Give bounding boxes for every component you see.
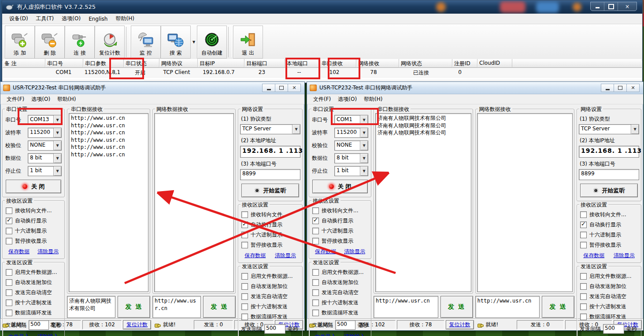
clear-input-link[interactable]: 清除输入 xyxy=(37,333,59,336)
menu-english[interactable]: English xyxy=(85,15,111,23)
col-protocol[interactable]: 网络协议 xyxy=(159,59,198,68)
checkbox-auto-append[interactable]: 自动发送附加位 xyxy=(241,283,299,290)
maximize-button[interactable] xyxy=(614,84,627,92)
serial-close-button[interactable]: 关 闭 xyxy=(6,180,61,193)
network-rx-area[interactable] xyxy=(477,113,573,292)
checkbox-recv-to-file[interactable]: 接收转向文件... xyxy=(6,207,61,214)
col-reg-id[interactable]: 注册ID xyxy=(452,59,477,68)
maximize-button[interactable] xyxy=(604,2,618,11)
checkbox-loop-send[interactable]: 数据流循环发送 xyxy=(312,309,368,317)
checkbox-auto-append[interactable]: 自动发送附加位 xyxy=(580,283,638,290)
network-send-button[interactable]: 发 送 xyxy=(542,296,574,318)
checkbox-loop-send[interactable]: 数据流循环发送 xyxy=(6,309,61,317)
save-data-link[interactable]: 保存数据 xyxy=(315,248,336,255)
com-port-select[interactable]: COM1▼ xyxy=(334,115,368,125)
checkbox-send-hex[interactable]: 按十六进制发送 xyxy=(312,299,368,306)
local-port-input[interactable]: 8899 xyxy=(240,169,300,180)
databits-select[interactable]: 8 bit▼ xyxy=(334,153,368,163)
col-target-port[interactable]: 目标端口 xyxy=(244,59,285,68)
checkbox-pause-recv[interactable]: 暂停接收显示 xyxy=(241,241,299,249)
network-send-button[interactable]: 发 送 xyxy=(203,296,236,318)
menu-file[interactable]: 文件(F) xyxy=(3,95,28,104)
save-data-link[interactable]: 保存数据 xyxy=(244,252,266,259)
monitor-button[interactable]: 监 控 xyxy=(131,26,161,59)
network-rx-area[interactable] xyxy=(154,113,234,292)
checkbox-recv-to-file[interactable]: 接收转向文件... xyxy=(312,207,368,214)
com-port-select[interactable]: COM13▼ xyxy=(28,115,62,125)
save-data-link[interactable]: 保存数据 xyxy=(8,248,30,255)
parity-select[interactable]: NONE▼ xyxy=(28,140,62,151)
search-dropdown-arrow[interactable]: ▼ xyxy=(191,25,197,59)
checkbox-recv-to-file[interactable]: 接收转向文件... xyxy=(241,211,299,218)
checkbox-file-source[interactable]: 启用文件数据源... xyxy=(580,273,638,280)
menu-options[interactable]: 选项(O) xyxy=(28,95,54,104)
checkbox-hex-display[interactable]: 十六进制显示 xyxy=(312,227,368,235)
checkbox-clear-after-send[interactable]: 发送完自动清空 xyxy=(580,293,638,300)
checkbox-pause-recv[interactable]: 暂停接收显示 xyxy=(312,237,368,245)
checkbox-send-hex[interactable]: 按十六进制发送 xyxy=(6,299,61,306)
reset-count-button[interactable]: 复位计数 xyxy=(95,26,125,59)
menu-options[interactable]: 选项(O) xyxy=(58,14,84,24)
start-listen-button[interactable]: 开始监听 xyxy=(580,184,638,197)
menu-options[interactable]: 选项(O) xyxy=(334,95,360,104)
delete-button[interactable]: 删 除 xyxy=(35,26,65,59)
search-button[interactable]: 搜 索 xyxy=(161,26,191,59)
col-serial-rx[interactable]: 串口接收 xyxy=(320,59,356,68)
clear-display-link[interactable]: 清除显示 xyxy=(275,252,296,259)
reset-count-button[interactable]: 复位计数 xyxy=(446,320,474,329)
menu-help[interactable]: 帮助(H) xyxy=(360,95,386,104)
checkbox-file-source[interactable]: 启用文件数据源... xyxy=(312,269,368,276)
menu-tools[interactable]: 工具(T) xyxy=(33,14,58,24)
col-cloud-id[interactable]: CloudID xyxy=(477,59,512,68)
menu-device[interactable]: 设备(D) xyxy=(6,14,32,24)
local-ip-input[interactable]: 192.168. 1 .113 xyxy=(579,146,639,158)
load-file-link[interactable]: 文件载入 xyxy=(8,333,30,336)
databits-select[interactable]: 8 bit▼ xyxy=(28,153,62,163)
start-listen-button[interactable]: 开始监听 xyxy=(241,184,299,197)
serial-rx-area[interactable]: 济南有人物联网技术有限公司 济南有人物联网技术有限公司 济南有人物联网技术有限公… xyxy=(375,113,471,292)
serial-send-input[interactable]: http://www.usr.cn xyxy=(374,296,438,318)
checkbox-auto-append[interactable]: 自动发送附加位 xyxy=(6,279,61,286)
table-row[interactable]: COM1 115200,N,8,1 开启 TCP Client 192.168.… xyxy=(3,68,642,78)
protocol-select[interactable]: TCP Server▼ xyxy=(240,124,300,134)
col-net-state[interactable]: 网络状态 xyxy=(399,59,452,68)
col-net-rx[interactable]: 网络接收 xyxy=(356,59,399,68)
col-local-port[interactable]: 本地端口 xyxy=(285,59,320,68)
col-com[interactable]: 串口号 xyxy=(45,59,83,68)
col-target-ip[interactable]: 目标IP xyxy=(198,59,244,68)
interval-input[interactable]: 500 xyxy=(264,324,285,334)
stopbits-select[interactable]: 1 bit▼ xyxy=(28,166,62,176)
local-ip-input[interactable]: 192.168. 1 .113 xyxy=(240,146,300,158)
checkbox-file-source[interactable]: 启用文件数据源... xyxy=(6,269,61,276)
baud-select[interactable]: 115200▼ xyxy=(28,128,62,138)
serial-send-input[interactable]: 济南有人物联网技术有限公司 xyxy=(67,296,115,318)
col-serial-state[interactable]: 串口状态 xyxy=(124,59,159,68)
checkbox-hex-display[interactable]: 十六进制显示 xyxy=(6,227,61,235)
minimize-button[interactable] xyxy=(262,84,275,92)
serial-send-button[interactable]: 发 送 xyxy=(440,296,473,318)
close-button[interactable]: ✕ xyxy=(626,84,640,92)
local-port-input[interactable]: 8899 xyxy=(579,169,639,180)
parity-select[interactable]: NONE▼ xyxy=(334,140,368,151)
reset-count-button[interactable]: 复位计数 xyxy=(123,320,151,329)
checkbox-pause-recv[interactable]: 暂停接收显示 xyxy=(6,237,61,245)
checkbox-send-hex[interactable]: 按十六进制发送 xyxy=(241,303,299,310)
auto-create-button[interactable]: 自动创建 xyxy=(197,26,227,59)
protocol-select[interactable]: TCP Server▼ xyxy=(579,124,639,134)
checkbox-auto-append[interactable]: 自动发送附加位 xyxy=(312,279,368,286)
minimize-button[interactable] xyxy=(601,84,614,92)
stopbits-select[interactable]: 1 bit▼ xyxy=(334,166,368,176)
checkbox-recv-to-file[interactable]: 接收转向文件... xyxy=(580,211,638,218)
exit-button[interactable]: 退 出 xyxy=(233,26,263,59)
interval-input[interactable]: 500 xyxy=(335,320,355,330)
checkbox-hex-display[interactable]: 十六进制显示 xyxy=(241,231,299,239)
maximize-button[interactable] xyxy=(275,84,288,92)
checkbox-send-hex[interactable]: 按十六进制发送 xyxy=(580,303,638,310)
add-button[interactable]: 添 加 xyxy=(5,26,35,59)
load-file-link[interactable]: 文件载入 xyxy=(315,333,336,336)
close-button[interactable]: ✕ xyxy=(288,84,301,92)
checkbox-file-source[interactable]: 启用文件数据源... xyxy=(241,273,299,280)
checkbox-hex-display[interactable]: 十六进制显示 xyxy=(580,231,638,239)
checkbox-auto-newline[interactable]: 自动换行显示 xyxy=(580,221,638,229)
clear-display-link[interactable]: 清除显示 xyxy=(614,252,635,259)
